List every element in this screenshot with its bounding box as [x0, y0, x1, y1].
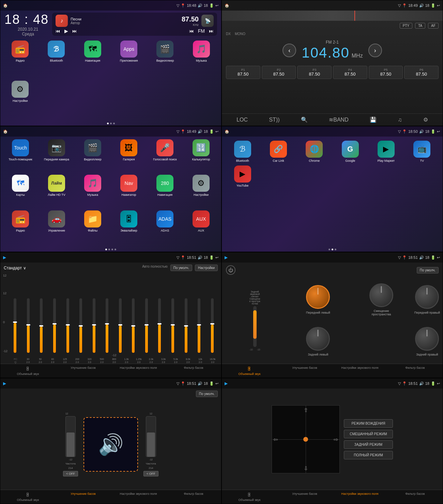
mode-driving[interactable]: РЕЖИМ ВОЖДЕНИЯ [344, 419, 393, 428]
sf-arrow-left[interactable]: ⇦ [273, 436, 278, 442]
back-icon-p6[interactable]: ↩ [437, 255, 440, 260]
mode-rear[interactable]: ЗАДНИЙ РЕЖИМ [344, 440, 393, 449]
app-playstore[interactable]: ▶ Play Маркет [369, 141, 402, 163]
settings-button-radio[interactable]: ⚙ [423, 116, 428, 123]
search-button[interactable]: 🔍 [301, 116, 308, 123]
eq-slider-800[interactable] [101, 292, 113, 353]
bass-tab-surround[interactable]: 🎚 Объемный звук [0, 490, 56, 504]
app-chrome[interactable]: 🌐 Chrome [298, 141, 331, 163]
app-calculator[interactable]: 🔢 Калькулятор [184, 139, 218, 173]
eq-slider-5k[interactable] [167, 292, 179, 353]
audio-tab-filter[interactable]: Фильтр басов [387, 364, 443, 378]
eq-slider-8k[interactable] [180, 292, 192, 353]
ta-button[interactable]: TA [415, 23, 425, 29]
app-touch-assistant[interactable]: Touch Touch-помощник [3, 139, 38, 173]
preset-5[interactable]: P5 87.50 [369, 66, 403, 79]
app-settings-p3[interactable]: ⚙ Настройки [184, 175, 218, 209]
eq-tab-sound-field[interactable]: Настройки звукового поля [111, 364, 166, 378]
app-videoplayer[interactable]: 🎬 Видеоплеер [148, 41, 182, 79]
eq-slider-30[interactable] [9, 292, 21, 353]
eq-button-radio[interactable]: ♫ [398, 117, 402, 123]
audio-default-button[interactable]: По умолч. [417, 267, 439, 273]
preset-4[interactable]: P4 87.50 [333, 66, 367, 79]
eq-slider-12k[interactable] [193, 292, 205, 353]
sf-tab-field[interactable]: Настройки звукового поля [332, 490, 387, 504]
audio-tab-bass[interactable]: Улучшение басов [277, 364, 332, 378]
eq-slider-1k[interactable] [114, 292, 127, 353]
eq-default-button[interactable]: По умолч. [170, 265, 192, 271]
bass-tab-field[interactable]: Настройки звукового поля [111, 490, 166, 504]
eq-slider-2k[interactable] [140, 292, 153, 353]
app-adas[interactable]: ADAS ADAS [148, 210, 182, 245]
app-bluetooth-p4[interactable]: ℬ Bluetooth [226, 141, 259, 163]
sf-arrow-right[interactable]: ⇨ [334, 436, 338, 442]
mode-mixed[interactable]: СМЕШАННЫЙ РЕЖИМ [344, 430, 393, 438]
eq-tab-surround[interactable]: 🎚 Объемный звук [0, 364, 56, 378]
mode-full[interactable]: ПОЛНЫЙ РЕЖИМ [344, 451, 393, 459]
bass-right-off-button[interactable]: < OFF [143, 471, 158, 476]
sf-tab-bass[interactable]: Улучшение басов [277, 490, 332, 504]
app-radio-p3[interactable]: 📻 Радио [3, 210, 38, 245]
app-lime-tv[interactable]: Лайм Лайм HD TV [39, 175, 74, 209]
eq-tab-bass-boost[interactable]: Улучшение басов [56, 364, 111, 378]
bass-left-off-button[interactable]: < OFF [63, 471, 78, 476]
app-google[interactable]: G Google [334, 141, 367, 163]
radio-prev-button[interactable]: ‹ [282, 44, 296, 57]
eq-slider-1_25k[interactable] [127, 292, 140, 353]
app-front-camera[interactable]: 📷 Передняя камера [39, 139, 74, 173]
app-control[interactable]: 🚗 Управление [39, 210, 74, 245]
eq-slider-3k[interactable] [153, 292, 166, 353]
preset-2[interactable]: P2 87.50 [262, 66, 296, 79]
preset-6[interactable]: P6 87.50 [404, 66, 439, 79]
app-music-p3[interactable]: 🎵 Музыка [75, 175, 110, 209]
side-fader[interactable]: ЗаднийзвуковойсигналСмещение пространств… [249, 290, 260, 351]
back-icon-p4[interactable]: ↩ [437, 129, 440, 134]
sf-arrow-up[interactable]: ⇧ [304, 407, 308, 413]
loc-button[interactable]: LOC [236, 117, 248, 123]
app-files[interactable]: 📁 Файлы [75, 210, 110, 245]
eq-tab-bass-filter[interactable]: Фильтр басов [166, 364, 221, 378]
app-bluetooth[interactable]: ℬ Bluetooth [39, 41, 73, 79]
app-navigation-p3[interactable]: 280 Навигация [148, 175, 182, 209]
app-maps[interactable]: 🗺 Карты [3, 175, 38, 209]
power-button[interactable]: ⏻ [226, 265, 235, 275]
sf-tab-filter[interactable]: Фильтр басов [387, 490, 443, 504]
radio-next-button[interactable]: › [368, 44, 382, 57]
app-video-p3[interactable]: 🎬 Видеоплеер [75, 139, 110, 173]
bass-tab-bass[interactable]: Улучшение басов [56, 490, 111, 504]
st-button[interactable]: ST)) [269, 117, 279, 123]
eq-slider-320[interactable] [75, 292, 87, 353]
sound-field-grid[interactable]: ⇧ ⇩ ⇦ ⇨ [272, 405, 340, 473]
app-voice-search[interactable]: 🎤 Голосовой поиск [148, 139, 182, 173]
eq-slider-16k[interactable] [206, 292, 218, 353]
eq-settings-button[interactable]: Настройки [195, 265, 218, 271]
eq-slider-80[interactable] [35, 292, 48, 353]
save-button-radio[interactable]: 💾 [370, 116, 377, 123]
eq-slider-500[interactable] [88, 292, 100, 353]
eq-slider-50[interactable] [22, 292, 35, 353]
app-music[interactable]: 🎵 Музыка [184, 41, 218, 79]
back-icon-p2[interactable]: ↩ [437, 3, 440, 8]
preset-1[interactable]: P1 87.50 [226, 66, 260, 79]
bass-default-button[interactable]: По умолч. [196, 391, 218, 397]
eq-slider-125[interactable] [48, 292, 61, 353]
app-equalizer[interactable]: 🎛 Эквалайзер [111, 210, 146, 245]
audio-tab-surround[interactable]: 🎚 Объемный звук [222, 364, 277, 378]
app-carlink[interactable]: 🔗 Car Link [262, 141, 295, 163]
sf-tab-surround[interactable]: 🎚 Объемный звук [222, 490, 277, 504]
app-gallery[interactable]: 🖼 Галерея [111, 139, 146, 173]
app-navigation[interactable]: 🗺 Навигация [76, 41, 110, 79]
audio-tab-field[interactable]: Настройки звукового поля [332, 364, 387, 378]
af-button[interactable]: AF [428, 23, 439, 29]
eq-slider-200[interactable] [61, 292, 74, 353]
band-button[interactable]: ≋BAND [329, 116, 348, 123]
back-icon[interactable]: ↩ [215, 3, 218, 8]
back-icon-p7[interactable]: ↩ [215, 381, 218, 386]
back-icon-p3[interactable]: ↩ [215, 129, 218, 134]
app-settings[interactable]: ⚙ Настройки [3, 81, 37, 119]
app-youtube[interactable]: ▶ YouTube [226, 166, 259, 188]
app-radio[interactable]: 📻 Радио [3, 41, 37, 79]
eq-preset-selector[interactable]: Стандарт ∨ [4, 266, 26, 270]
pty-button[interactable]: PTY [400, 23, 412, 29]
back-icon-p8[interactable]: ↩ [437, 381, 440, 386]
